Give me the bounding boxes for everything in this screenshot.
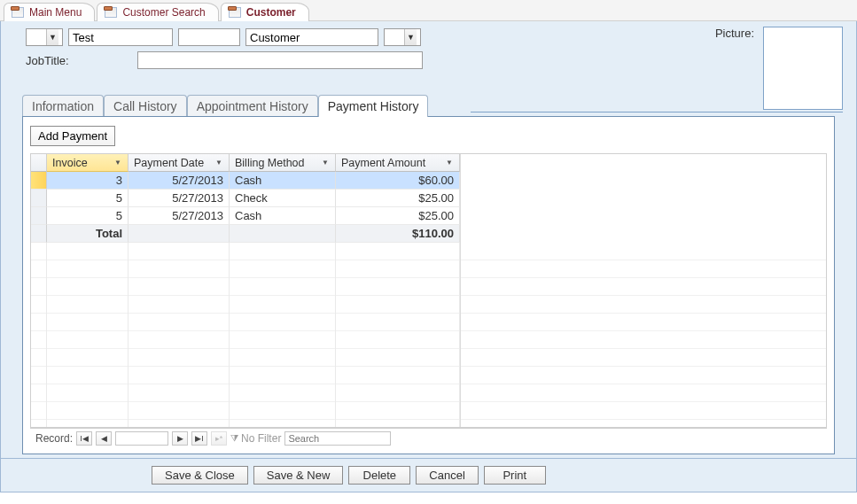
col-label: Billing Method xyxy=(235,157,305,169)
empty-cell xyxy=(230,225,336,243)
chevron-down-icon[interactable]: ▼ xyxy=(46,29,58,45)
record-number-field[interactable] xyxy=(115,431,168,446)
tab-payment-history[interactable]: Payment History xyxy=(318,95,429,117)
form-icon xyxy=(229,7,241,18)
jobtitle-field[interactable] xyxy=(137,51,423,69)
last-name-field[interactable] xyxy=(245,28,378,46)
first-record-button[interactable]: I◀ xyxy=(76,431,92,446)
total-amount: $110.00 xyxy=(336,225,460,243)
suffix-combo[interactable]: ▼ xyxy=(384,28,421,46)
col-label: Payment Date xyxy=(134,157,204,169)
tab-call-history[interactable]: Call History xyxy=(104,95,187,117)
tab-main-menu[interactable]: Main Menu xyxy=(4,3,95,21)
customer-form-area: ▼ ▼ JobTitle: Picture: Information Call … xyxy=(0,21,857,459)
cell-invoice[interactable]: 5 xyxy=(47,207,129,225)
cell-amount[interactable]: $25.00 xyxy=(336,207,460,225)
empty-cell xyxy=(129,225,230,243)
chevron-down-icon[interactable]: ▼ xyxy=(321,159,330,167)
record-navigator: Record: I◀ ◀ ▶ ▶I ▸* ⧩ No Filter xyxy=(30,428,827,447)
col-billing-method[interactable]: Billing Method ▼ xyxy=(230,154,336,172)
add-payment-button[interactable]: Add Payment xyxy=(30,126,115,146)
cancel-button[interactable]: Cancel xyxy=(416,466,478,485)
col-invoice[interactable]: Invoice ▼ xyxy=(47,154,129,172)
last-record-button[interactable]: ▶I xyxy=(191,431,207,446)
form-icon xyxy=(105,7,117,18)
chevron-down-icon[interactable]: ▼ xyxy=(214,159,223,167)
payment-history-panel: Add Payment Invoice ▼ xyxy=(22,116,835,454)
prev-record-button[interactable]: ◀ xyxy=(96,431,112,446)
inner-tabs: Information Call History Appointment His… xyxy=(22,94,835,116)
tab-label: Customer Search xyxy=(122,6,205,19)
col-label: Payment Amount xyxy=(341,157,425,169)
col-label: Invoice xyxy=(52,157,88,169)
window-tabs: Main Menu Customer Search Customer xyxy=(0,0,857,21)
cell-date[interactable]: 5/27/2013 xyxy=(129,190,230,207)
chevron-down-icon[interactable]: ▼ xyxy=(404,29,417,45)
new-record-button: ▸* xyxy=(211,431,227,446)
payments-grid: Invoice ▼ Payment Date ▼ Billing Method … xyxy=(30,153,827,428)
record-label: Record: xyxy=(35,432,73,445)
save-close-button[interactable]: Save & Close xyxy=(152,466,248,485)
form-icon xyxy=(12,7,24,18)
cell-invoice[interactable]: 3 xyxy=(47,172,129,190)
row-selector[interactable] xyxy=(31,172,47,190)
cell-invoice[interactable]: 5 xyxy=(47,190,129,207)
tab-label: Customer xyxy=(246,6,296,19)
chevron-down-icon[interactable]: ▼ xyxy=(445,159,454,167)
col-payment-amount[interactable]: Payment Amount ▼ xyxy=(336,154,460,172)
delete-button[interactable]: Delete xyxy=(348,466,410,485)
row-selector[interactable] xyxy=(31,190,47,207)
row-selector[interactable] xyxy=(31,207,47,225)
cell-method[interactable]: Cash xyxy=(230,207,336,225)
row-selector-header[interactable] xyxy=(31,154,47,172)
cell-date[interactable]: 5/27/2013 xyxy=(129,207,230,225)
total-label: Total xyxy=(47,225,129,243)
cell-date[interactable]: 5/27/2013 xyxy=(129,172,230,190)
cell-method[interactable]: Check xyxy=(230,190,336,207)
next-record-button[interactable]: ▶ xyxy=(172,431,188,446)
filter-indicator[interactable]: ⧩ No Filter xyxy=(230,432,281,445)
middle-name-field[interactable] xyxy=(178,28,240,46)
cell-method[interactable]: Cash xyxy=(230,172,336,190)
filter-text: No Filter xyxy=(241,432,281,445)
first-name-field[interactable] xyxy=(68,28,173,46)
row-selector xyxy=(31,225,47,243)
print-button[interactable]: Print xyxy=(484,466,546,485)
prefix-combo[interactable]: ▼ xyxy=(26,28,63,46)
tab-information[interactable]: Information xyxy=(22,95,104,117)
tab-customer-search[interactable]: Customer Search xyxy=(97,3,218,21)
jobtitle-label: JobTitle: xyxy=(26,54,132,67)
tab-label: Main Menu xyxy=(29,6,82,19)
tab-appointment-history[interactable]: Appointment History xyxy=(187,95,318,117)
form-bottom-toolbar: Save & Close Save & New Delete Cancel Pr… xyxy=(0,459,857,492)
cell-amount[interactable]: $25.00 xyxy=(336,190,460,207)
col-payment-date[interactable]: Payment Date ▼ xyxy=(129,154,230,172)
tab-customer[interactable]: Customer xyxy=(221,3,309,21)
cell-amount[interactable]: $60.00 xyxy=(336,172,460,190)
chevron-down-icon[interactable]: ▼ xyxy=(113,159,122,167)
picture-label: Picture: xyxy=(715,27,754,40)
funnel-icon: ⧩ xyxy=(230,432,238,444)
search-input[interactable] xyxy=(284,431,391,446)
save-new-button[interactable]: Save & New xyxy=(253,466,344,485)
